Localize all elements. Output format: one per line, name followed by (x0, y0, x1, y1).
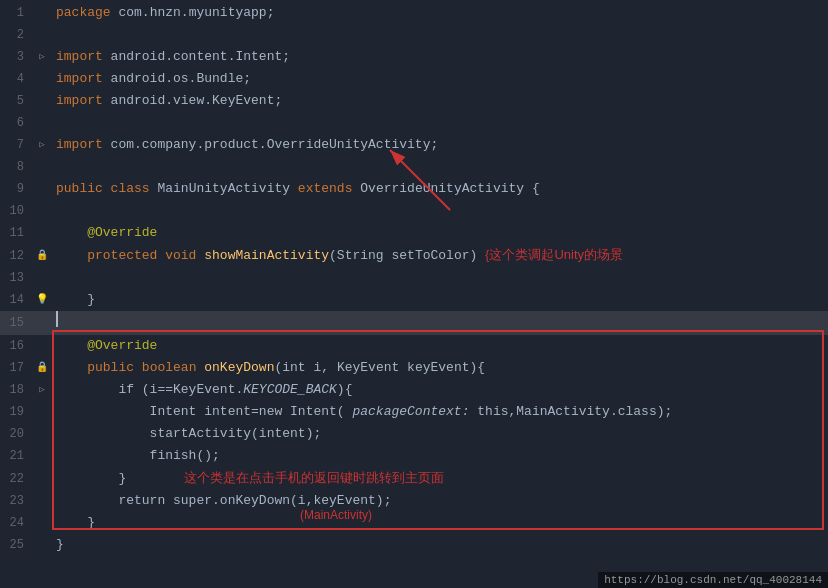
code-line: 1package com.hnzn.myunityapp; (0, 2, 828, 24)
line-content: if (i==KeyEvent.KEYCODE_BACK){ (52, 379, 828, 401)
code-line: 20 startActivity(intent); (0, 423, 828, 445)
line-content: @Override (52, 335, 828, 357)
line-number: 8 (0, 156, 32, 178)
expand-icon[interactable]: ▷ (34, 382, 50, 398)
line-number: 21 (0, 445, 32, 467)
line-content: } 这个类是在点击手机的返回键时跳转到主页面 (52, 467, 828, 490)
code-line: 21 finish(); (0, 445, 828, 467)
line-content: } (52, 289, 828, 311)
line-number: 12 (0, 245, 32, 267)
line-number: 15 (0, 312, 32, 334)
line-content: public class MainUnityActivity extends O… (52, 178, 828, 200)
debug-icon: 🔒 (34, 248, 50, 264)
text-cursor (56, 311, 58, 327)
line-content: startActivity(intent); (52, 423, 828, 445)
code-line: 10 (0, 200, 828, 222)
code-line: 23 return super.onKeyDown(i,keyEvent); (0, 490, 828, 512)
line-gutter: ▷ (32, 49, 52, 65)
line-content: Intent intent=new Intent( packageContext… (52, 401, 828, 423)
line-content: import android.os.Bundle; (52, 68, 828, 90)
code-editor: 1package com.hnzn.myunityapp;23▷import a… (0, 0, 828, 588)
expand-icon[interactable]: ▷ (34, 137, 50, 153)
footer-url: https://blog.csdn.net/qq_40028144 (598, 572, 828, 588)
line-number: 25 (0, 534, 32, 556)
line-number: 6 (0, 112, 32, 134)
code-line: 8 (0, 156, 828, 178)
line-number: 7 (0, 134, 32, 156)
line-content: protected void showMainActivity(String s… (52, 244, 828, 267)
line-number: 24 (0, 512, 32, 534)
line-content: } (52, 534, 828, 556)
line-number: 23 (0, 490, 32, 512)
line-content: import android.view.KeyEvent; (52, 90, 828, 112)
code-line: 2 (0, 24, 828, 46)
code-line: 19 Intent intent=new Intent( packageCont… (0, 401, 828, 423)
line-number: 4 (0, 68, 32, 90)
line-gutter: ▷ (32, 137, 52, 153)
line-number: 9 (0, 178, 32, 200)
line-number: 10 (0, 200, 32, 222)
code-line: 12🔒 protected void showMainActivity(Stri… (0, 244, 828, 267)
code-line: 11 @Override (0, 222, 828, 244)
code-line: 7▷import com.company.product.OverrideUni… (0, 134, 828, 156)
line-content: @Override (52, 222, 828, 244)
code-line: 22 } 这个类是在点击手机的返回键时跳转到主页面 (0, 467, 828, 490)
code-line: 13 (0, 267, 828, 289)
code-line: 25} (0, 534, 828, 556)
line-gutter: 🔒 (32, 248, 52, 264)
line-content: } (52, 512, 828, 534)
line-number: 14 (0, 289, 32, 311)
code-line: 3▷import android.content.Intent; (0, 46, 828, 68)
code-lines: 1package com.hnzn.myunityapp;23▷import a… (0, 0, 828, 556)
line-number: 18 (0, 379, 32, 401)
line-number: 5 (0, 90, 32, 112)
code-line: 5import android.view.KeyEvent; (0, 90, 828, 112)
code-line: 6 (0, 112, 828, 134)
line-number: 13 (0, 267, 32, 289)
line-number: 20 (0, 423, 32, 445)
line-number: 17 (0, 357, 32, 379)
line-number: 16 (0, 335, 32, 357)
line-number: 19 (0, 401, 32, 423)
line-number: 22 (0, 468, 32, 490)
code-line: 15 (0, 311, 828, 335)
line-number: 1 (0, 2, 32, 24)
line-gutter: 💡 (32, 292, 52, 308)
debug-icon: 🔒 (34, 360, 50, 376)
code-line: 17🔒 public boolean onKeyDown(int i, KeyE… (0, 357, 828, 379)
bulb-icon[interactable]: 💡 (34, 292, 50, 308)
line-gutter: 🔒 (32, 360, 52, 376)
line-number: 2 (0, 24, 32, 46)
line-gutter: ▷ (32, 382, 52, 398)
line-content: package com.hnzn.myunityapp; (52, 2, 828, 24)
line-number: 11 (0, 222, 32, 244)
line-content: import com.company.product.OverrideUnity… (52, 134, 828, 156)
line-content: import android.content.Intent; (52, 46, 828, 68)
line-content: public boolean onKeyDown(int i, KeyEvent… (52, 357, 828, 379)
line-content: finish(); (52, 445, 828, 467)
code-line: 14💡 } (0, 289, 828, 311)
line-content: return super.onKeyDown(i,keyEvent); (52, 490, 828, 512)
line-content (52, 311, 828, 335)
code-line: 9public class MainUnityActivity extends … (0, 178, 828, 200)
expand-icon[interactable]: ▷ (34, 49, 50, 65)
code-line: 4import android.os.Bundle; (0, 68, 828, 90)
code-line: 16 @Override (0, 335, 828, 357)
code-line: 24 } (0, 512, 828, 534)
code-line: 18▷ if (i==KeyEvent.KEYCODE_BACK){ (0, 379, 828, 401)
line-number: 3 (0, 46, 32, 68)
